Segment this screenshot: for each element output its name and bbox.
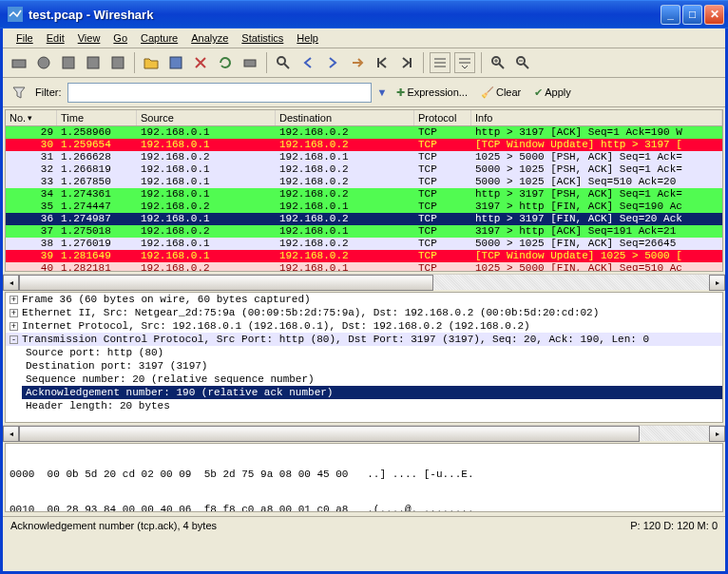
options-icon[interactable] — [33, 52, 54, 73]
clear-button[interactable]: 🧹Clear — [477, 85, 525, 101]
svg-point-8 — [278, 57, 285, 65]
statusbar: Acknowledgement number (tcp.ack), 4 byte… — [3, 516, 725, 534]
open-icon[interactable] — [141, 52, 162, 73]
interfaces-icon[interactable] — [9, 52, 29, 73]
table-row[interactable]: 301.259654192.168.0.1192.168.0.2TCP[TCP … — [6, 139, 722, 151]
zoom-out-icon[interactable] — [512, 52, 533, 73]
packet-scrollbar[interactable]: ◂▸ — [3, 274, 725, 290]
menu-file[interactable]: File — [10, 30, 39, 46]
zoom-in-icon[interactable] — [488, 52, 508, 73]
hex-view[interactable]: 0000 00 0b 5d 20 cd 02 00 09 5b 2d 75 9a… — [5, 443, 723, 512]
menu-capture[interactable]: Capture — [135, 30, 183, 46]
table-row[interactable]: 311.266628192.168.0.2192.168.0.1TCP1025 … — [6, 151, 722, 163]
print-icon[interactable] — [239, 52, 260, 73]
menu-view[interactable]: View — [72, 30, 106, 46]
table-row[interactable]: 371.275018192.168.0.2192.168.0.1TCP3197 … — [6, 225, 722, 238]
svg-rect-7 — [244, 60, 256, 67]
svg-line-9 — [284, 64, 289, 68]
menu-edit[interactable]: Edit — [41, 30, 70, 46]
tree-tcp[interactable]: -Transmission Control Protocol, Src Port… — [6, 333, 722, 346]
start-icon[interactable] — [58, 52, 79, 73]
table-row[interactable]: 341.274361192.168.0.1192.168.0.2TCPhttp … — [6, 188, 722, 201]
table-row[interactable]: 321.266819192.168.0.1192.168.0.2TCP5000 … — [6, 163, 722, 176]
packet-list-header[interactable]: No. ▾ Time Source Destination Protocol I… — [6, 110, 722, 126]
go-first-icon[interactable] — [372, 52, 393, 73]
titlebar: test.pcap - Wireshark _ □ ✕ — [0, 0, 728, 29]
close-button[interactable]: ✕ — [704, 5, 724, 25]
back-icon[interactable] — [297, 52, 318, 73]
apply-button[interactable]: ✔ Apply — [530, 85, 575, 101]
packet-details[interactable]: +Frame 36 (60 bytes on wire, 60 bytes ca… — [5, 292, 723, 423]
table-row[interactable]: 351.274447192.168.0.2192.168.0.1TCP3197 … — [6, 201, 722, 213]
details-scrollbar[interactable]: ◂▸ — [3, 425, 725, 441]
table-row[interactable]: 361.274987192.168.0.1192.168.0.2TCPhttp … — [6, 213, 722, 225]
svg-rect-6 — [170, 57, 182, 68]
close-icon[interactable] — [190, 52, 211, 73]
filter-input[interactable] — [67, 83, 372, 103]
find-icon[interactable] — [273, 52, 294, 73]
table-row[interactable]: 391.281649192.168.0.1192.168.0.2TCP[TCP … — [6, 250, 722, 262]
reload-icon[interactable] — [215, 52, 236, 73]
svg-line-20 — [524, 64, 528, 68]
restart-icon[interactable] — [107, 52, 128, 73]
minimize-button[interactable]: _ — [661, 5, 680, 25]
packet-list[interactable]: No. ▾ Time Source Destination Protocol I… — [5, 109, 723, 272]
filter-label: Filter: — [35, 86, 62, 98]
tree-frame[interactable]: +Frame 36 (60 bytes on wire, 60 bytes ca… — [6, 293, 722, 306]
filter-icon[interactable] — [9, 82, 29, 103]
forward-icon[interactable] — [322, 52, 343, 73]
window-title: test.pcap - Wireshark — [27, 8, 661, 22]
svg-point-2 — [38, 57, 49, 68]
svg-rect-5 — [112, 57, 124, 68]
menu-go[interactable]: Go — [107, 30, 133, 46]
status-right: P: 120 D: 120 M: 0 — [630, 520, 718, 531]
tree-hdrlen[interactable]: Header length: 20 bytes — [22, 399, 722, 412]
tree-dstport[interactable]: Destination port: 3197 (3197) — [22, 359, 722, 373]
filter-toolbar: Filter: ▼ ✚ Expression... 🧹Clear ✔ Apply — [3, 78, 725, 107]
svg-rect-3 — [63, 57, 74, 68]
colorize-icon[interactable] — [430, 52, 450, 73]
svg-line-16 — [499, 64, 504, 68]
dropdown-icon[interactable]: ▼ — [377, 86, 388, 98]
status-left: Acknowledgement number (tcp.ack), 4 byte… — [10, 520, 630, 531]
autoscroll-icon[interactable] — [454, 52, 475, 73]
app-icon — [8, 7, 23, 22]
main-toolbar — [3, 48, 725, 78]
svg-rect-1 — [12, 60, 26, 67]
table-row[interactable]: 381.276019192.168.0.1192.168.0.2TCP5000 … — [6, 238, 722, 250]
save-icon[interactable] — [165, 52, 186, 73]
svg-rect-4 — [87, 57, 99, 68]
tree-seqnum[interactable]: Sequence number: 20 (relative sequence n… — [22, 373, 722, 386]
stop-icon[interactable] — [83, 52, 104, 73]
menu-help[interactable]: Help — [291, 30, 324, 46]
maximize-button[interactable]: □ — [682, 5, 702, 25]
menubar: File Edit View Go Capture Analyze Statis… — [3, 29, 725, 48]
tree-srcport[interactable]: Source port: http (80) — [22, 346, 722, 359]
goto-icon[interactable] — [347, 52, 368, 73]
menu-statistics[interactable]: Statistics — [236, 30, 289, 46]
tree-ip[interactable]: +Internet Protocol, Src: 192.168.0.1 (19… — [6, 319, 722, 333]
expression-button[interactable]: ✚ Expression... — [393, 85, 471, 101]
tree-acknum[interactable]: Acknowledgement number: 190 (relative ac… — [22, 386, 722, 399]
table-row[interactable]: 331.267850192.168.0.1192.168.0.2TCP5000 … — [6, 176, 722, 188]
go-last-icon[interactable] — [396, 52, 417, 73]
menu-analyze[interactable]: Analyze — [185, 30, 234, 46]
table-row[interactable]: 291.258960192.168.0.1192.168.0.2TCPhttp … — [6, 126, 722, 139]
tree-ethernet[interactable]: +Ethernet II, Src: Netgear_2d:75:9a (00:… — [6, 306, 722, 319]
table-row[interactable]: 401.282181192.168.0.2192.168.0.1TCP1025 … — [6, 262, 722, 272]
